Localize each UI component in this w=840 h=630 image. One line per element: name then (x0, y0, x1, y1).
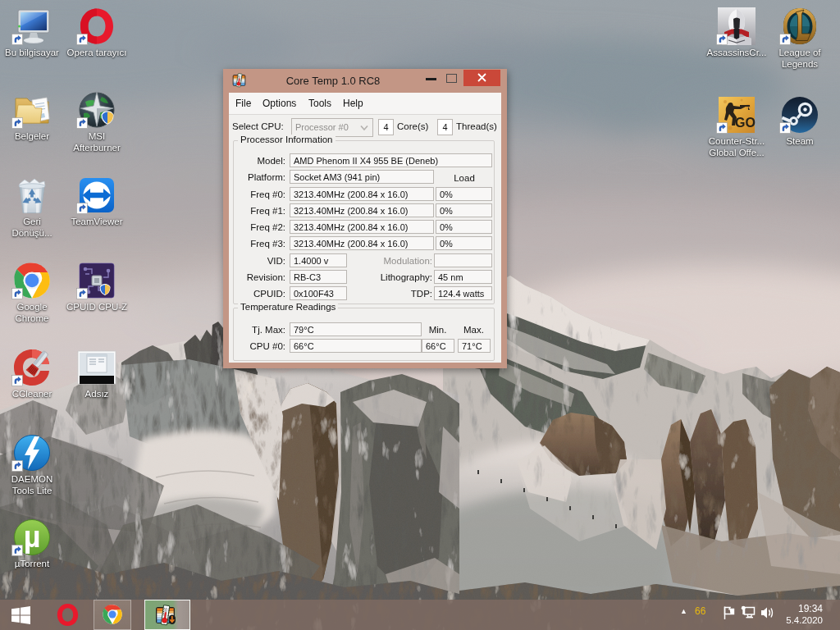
svg-text:µ: µ (24, 520, 41, 554)
svg-text:GO: GO (735, 116, 756, 130)
